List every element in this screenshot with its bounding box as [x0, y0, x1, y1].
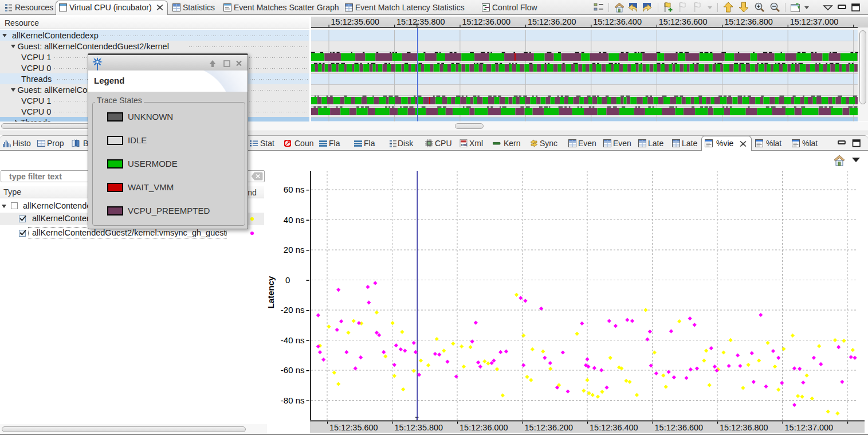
svg-text:15:12:36.400: 15:12:36.400: [590, 423, 638, 432]
svg-text:60 ns: 60 ns: [284, 185, 305, 194]
svg-text:15:12:35.600: 15:12:35.600: [329, 423, 378, 432]
svg-text:15:12:35.600: 15:12:35.600: [331, 17, 380, 26]
svg-text:15:12:37.000: 15:12:37.000: [785, 423, 834, 432]
svg-text:15:12:36.600: 15:12:36.600: [659, 17, 708, 26]
svg-text:15:12:36.200: 15:12:36.200: [528, 17, 576, 26]
svg-text:20 ns: 20 ns: [284, 245, 305, 254]
svg-text:15:12:35.800: 15:12:35.800: [396, 17, 445, 26]
svg-text:15:12:37.000: 15:12:37.000: [790, 17, 839, 26]
svg-text:-20 ns: -20 ns: [281, 305, 305, 315]
svg-text:15:12:36.000: 15:12:36.000: [459, 423, 508, 432]
svg-text:15:12:36.800: 15:12:36.800: [724, 17, 773, 26]
svg-text:15:12:36.200: 15:12:36.200: [525, 423, 574, 432]
svg-text:Latency: Latency: [266, 276, 276, 308]
svg-text:-40 ns: -40 ns: [281, 335, 305, 345]
svg-text:40 ns: 40 ns: [284, 215, 305, 225]
svg-text:0: 0: [285, 275, 290, 285]
svg-text:15:12:35.800: 15:12:35.800: [395, 423, 443, 432]
svg-text:15:12:36.600: 15:12:36.600: [655, 423, 704, 432]
svg-text:-80 ns: -80 ns: [281, 395, 305, 405]
svg-text:xml: xml: [461, 143, 467, 147]
svg-text:15:12:36.800: 15:12:36.800: [720, 423, 768, 432]
svg-text:15:12:36.000: 15:12:36.000: [462, 17, 510, 26]
svg-text:15:12:36.400: 15:12:36.400: [593, 17, 642, 26]
svg-text:-60 ns: -60 ns: [281, 365, 305, 375]
